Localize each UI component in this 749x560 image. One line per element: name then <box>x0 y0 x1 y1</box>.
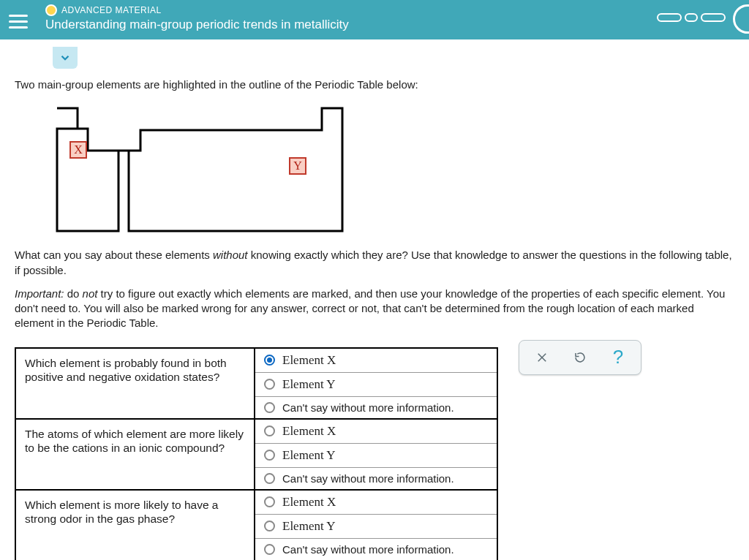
next-circle-icon[interactable] <box>733 4 749 34</box>
help-button[interactable]: ? <box>610 349 626 366</box>
radio-icon <box>264 544 275 555</box>
app-header: ADVANCED MATERIAL Understanding main-gro… <box>0 0 749 39</box>
answer-option[interactable]: Element X <box>255 349 497 372</box>
radio-icon <box>264 473 275 484</box>
progress-indicator <box>657 13 726 22</box>
reset-button[interactable] <box>572 349 588 366</box>
answer-option[interactable]: Element Y <box>255 372 497 396</box>
answer-option[interactable]: Can't say without more information. <box>255 467 497 489</box>
clear-button[interactable] <box>534 349 550 366</box>
element-y-label: Y <box>293 159 302 172</box>
radio-icon <box>264 496 275 507</box>
radio-icon <box>264 402 275 413</box>
page-title: Understanding main-group periodic trends… <box>45 18 657 32</box>
paragraph-2: Important: do not try to figure out exac… <box>15 287 734 331</box>
option-label: Element X <box>282 495 336 510</box>
answer-option[interactable]: Can't say without more information. <box>255 396 497 418</box>
answer-option[interactable]: Element X <box>255 420 497 443</box>
option-label: Can't say without more information. <box>282 472 454 485</box>
answer-toolbox: ? <box>519 340 641 375</box>
answer-option[interactable]: Element X <box>255 491 497 514</box>
answer-option[interactable]: Element Y <box>255 514 497 538</box>
element-x-label: X <box>74 143 83 156</box>
radio-icon <box>264 521 275 531</box>
menu-icon[interactable] <box>9 10 31 32</box>
chevron-down-icon <box>59 51 72 64</box>
radio-icon <box>264 355 275 366</box>
option-label: Element X <box>282 424 336 439</box>
question-text: The atoms of which element are more like… <box>16 420 254 463</box>
periodic-table-outline: X Y <box>50 101 734 235</box>
question-text: Which element is probably found in both … <box>16 349 254 392</box>
option-label: Element X <box>282 353 336 368</box>
radio-icon <box>264 450 275 461</box>
advanced-dot-icon <box>45 4 57 16</box>
expand-toggle[interactable] <box>53 47 78 69</box>
option-label: Element Y <box>282 448 336 463</box>
option-label: Element Y <box>282 519 336 534</box>
intro-text: Two main-group elements are highlighted … <box>15 77 734 92</box>
radio-icon <box>264 379 275 390</box>
answer-option[interactable]: Element Y <box>255 443 497 467</box>
option-label: Element Y <box>282 377 336 392</box>
radio-icon <box>264 425 275 436</box>
question-table: Which element is probably found in both … <box>15 347 498 561</box>
answer-option[interactable]: Can't say without more information. <box>255 538 497 560</box>
option-label: Can't say without more information. <box>282 401 454 414</box>
advanced-badge: ADVANCED MATERIAL <box>61 5 162 15</box>
paragraph-1: What can you say about these elements wi… <box>15 248 734 278</box>
option-label: Can't say without more information. <box>282 543 454 556</box>
question-text: Which element is more likely to have a s… <box>16 491 254 534</box>
